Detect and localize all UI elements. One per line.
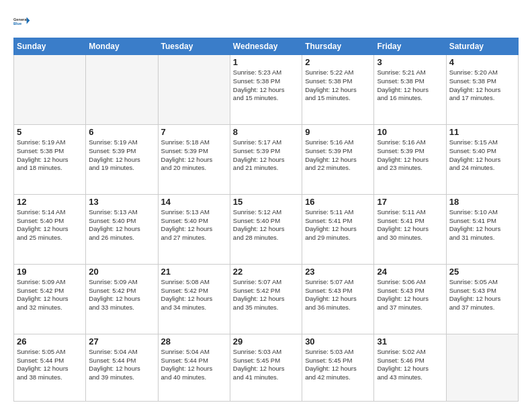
day-number: 9 [305, 127, 371, 137]
day-info: Sunrise: 5:04 AMSunset: 5:44 PMDaylight:… [89, 348, 154, 382]
day-info: Sunrise: 5:07 AMSunset: 5:43 PMDaylight:… [305, 278, 371, 312]
day-number: 3 [377, 57, 443, 67]
day-number: 24 [377, 267, 443, 277]
day-info: Sunrise: 5:11 AMSunset: 5:41 PMDaylight:… [377, 208, 443, 242]
calendar-cell: 23Sunrise: 5:07 AMSunset: 5:43 PMDayligh… [302, 264, 374, 334]
day-number: 25 [449, 267, 515, 277]
header: GeneralBlue [13, 12, 519, 31]
calendar-cell: 13Sunrise: 5:13 AMSunset: 5:40 PMDayligh… [86, 194, 158, 264]
calendar-cell: 9Sunrise: 5:16 AMSunset: 5:39 PMDaylight… [302, 124, 374, 194]
day-number: 1 [233, 57, 299, 67]
day-number: 30 [305, 336, 371, 347]
day-info: Sunrise: 5:12 AMSunset: 5:40 PMDaylight:… [233, 208, 299, 242]
logo: GeneralBlue [13, 12, 32, 31]
day-info: Sunrise: 5:14 AMSunset: 5:40 PMDaylight:… [17, 208, 83, 242]
calendar-cell: 4Sunrise: 5:20 AMSunset: 5:38 PMDaylight… [446, 55, 518, 125]
day-info: Sunrise: 5:07 AMSunset: 5:42 PMDaylight:… [233, 278, 299, 312]
day-info: Sunrise: 5:02 AMSunset: 5:46 PMDaylight:… [377, 348, 443, 382]
day-number: 8 [233, 127, 299, 137]
calendar-cell: 11Sunrise: 5:15 AMSunset: 5:40 PMDayligh… [446, 124, 518, 194]
day-info: Sunrise: 5:22 AMSunset: 5:38 PMDaylight:… [305, 68, 371, 103]
calendar-cell: 30Sunrise: 5:03 AMSunset: 5:45 PMDayligh… [302, 334, 374, 401]
page: GeneralBlue SundayMondayTuesdayWednesday… [0, 0, 532, 411]
day-number: 12 [17, 197, 83, 207]
day-info: Sunrise: 5:21 AMSunset: 5:38 PMDaylight:… [377, 68, 443, 103]
day-info: Sunrise: 5:03 AMSunset: 5:45 PMDaylight:… [305, 348, 371, 382]
weekday-header: Tuesday [158, 38, 230, 55]
day-info: Sunrise: 5:13 AMSunset: 5:40 PMDaylight:… [89, 208, 154, 242]
day-number: 6 [89, 127, 154, 137]
day-info: Sunrise: 5:19 AMSunset: 5:38 PMDaylight:… [17, 138, 83, 173]
calendar-cell: 24Sunrise: 5:06 AMSunset: 5:43 PMDayligh… [374, 264, 446, 334]
calendar-cell: 17Sunrise: 5:11 AMSunset: 5:41 PMDayligh… [374, 194, 446, 264]
day-number: 23 [305, 267, 371, 277]
weekday-header: Wednesday [230, 38, 302, 55]
day-number: 18 [449, 197, 515, 207]
svg-text:General: General [13, 17, 28, 21]
day-info: Sunrise: 5:10 AMSunset: 5:41 PMDaylight:… [449, 208, 515, 242]
day-info: Sunrise: 5:13 AMSunset: 5:40 PMDaylight:… [161, 208, 227, 242]
calendar-cell: 10Sunrise: 5:16 AMSunset: 5:39 PMDayligh… [374, 124, 446, 194]
day-number: 20 [89, 267, 154, 277]
calendar-cell: 21Sunrise: 5:08 AMSunset: 5:42 PMDayligh… [158, 264, 230, 334]
calendar-cell: 5Sunrise: 5:19 AMSunset: 5:38 PMDaylight… [14, 124, 86, 194]
calendar-cell: 20Sunrise: 5:09 AMSunset: 5:42 PMDayligh… [86, 264, 158, 334]
day-info: Sunrise: 5:05 AMSunset: 5:44 PMDaylight:… [17, 348, 83, 382]
weekday-header: Saturday [446, 38, 518, 55]
day-info: Sunrise: 5:18 AMSunset: 5:39 PMDaylight:… [161, 138, 227, 173]
calendar-cell: 2Sunrise: 5:22 AMSunset: 5:38 PMDaylight… [302, 55, 374, 125]
day-info: Sunrise: 5:08 AMSunset: 5:42 PMDaylight:… [161, 278, 227, 312]
weekday-header: Monday [86, 38, 158, 55]
day-number: 13 [89, 197, 154, 207]
calendar-cell: 25Sunrise: 5:05 AMSunset: 5:43 PMDayligh… [446, 264, 518, 334]
day-info: Sunrise: 5:16 AMSunset: 5:39 PMDaylight:… [377, 138, 443, 173]
day-number: 27 [89, 336, 154, 347]
day-number: 7 [161, 127, 227, 137]
day-info: Sunrise: 5:17 AMSunset: 5:39 PMDaylight:… [233, 138, 299, 173]
calendar-cell: 31Sunrise: 5:02 AMSunset: 5:46 PMDayligh… [374, 334, 446, 401]
day-number: 10 [377, 127, 443, 137]
weekday-header: Sunday [14, 38, 86, 55]
calendar-cell: 14Sunrise: 5:13 AMSunset: 5:40 PMDayligh… [158, 194, 230, 264]
day-number: 29 [233, 336, 299, 347]
day-number: 26 [17, 336, 83, 347]
calendar-cell: 16Sunrise: 5:11 AMSunset: 5:41 PMDayligh… [302, 194, 374, 264]
day-number: 19 [17, 267, 83, 277]
day-info: Sunrise: 5:23 AMSunset: 5:38 PMDaylight:… [233, 68, 299, 103]
svg-marker-2 [27, 17, 30, 24]
day-number: 14 [161, 197, 227, 207]
calendar-cell: 8Sunrise: 5:17 AMSunset: 5:39 PMDaylight… [230, 124, 302, 194]
day-info: Sunrise: 5:15 AMSunset: 5:40 PMDaylight:… [449, 138, 515, 173]
day-number: 2 [305, 57, 371, 67]
day-info: Sunrise: 5:11 AMSunset: 5:41 PMDaylight:… [305, 208, 371, 242]
day-number: 16 [305, 197, 371, 207]
day-number: 5 [17, 127, 83, 137]
calendar-cell: 15Sunrise: 5:12 AMSunset: 5:40 PMDayligh… [230, 194, 302, 264]
calendar-cell: 22Sunrise: 5:07 AMSunset: 5:42 PMDayligh… [230, 264, 302, 334]
weekday-header: Friday [374, 38, 446, 55]
day-number: 17 [377, 197, 443, 207]
logo-icon: GeneralBlue [13, 12, 32, 31]
calendar-cell: 7Sunrise: 5:18 AMSunset: 5:39 PMDaylight… [158, 124, 230, 194]
day-number: 15 [233, 197, 299, 207]
calendar-cell: 26Sunrise: 5:05 AMSunset: 5:44 PMDayligh… [14, 334, 86, 401]
calendar-cell: 29Sunrise: 5:03 AMSunset: 5:45 PMDayligh… [230, 334, 302, 401]
day-info: Sunrise: 5:03 AMSunset: 5:45 PMDaylight:… [233, 348, 299, 382]
calendar-cell [86, 55, 158, 125]
day-info: Sunrise: 5:09 AMSunset: 5:42 PMDaylight:… [17, 278, 83, 312]
calendar-cell [14, 55, 86, 125]
day-info: Sunrise: 5:04 AMSunset: 5:44 PMDaylight:… [161, 348, 227, 382]
calendar-cell: 12Sunrise: 5:14 AMSunset: 5:40 PMDayligh… [14, 194, 86, 264]
day-info: Sunrise: 5:09 AMSunset: 5:42 PMDaylight:… [89, 278, 154, 312]
calendar-cell: 27Sunrise: 5:04 AMSunset: 5:44 PMDayligh… [86, 334, 158, 401]
svg-text:Blue: Blue [13, 21, 21, 26]
calendar-cell: 3Sunrise: 5:21 AMSunset: 5:38 PMDaylight… [374, 55, 446, 125]
day-info: Sunrise: 5:20 AMSunset: 5:38 PMDaylight:… [449, 68, 515, 103]
calendar-cell: 18Sunrise: 5:10 AMSunset: 5:41 PMDayligh… [446, 194, 518, 264]
weekday-header: Thursday [302, 38, 374, 55]
day-info: Sunrise: 5:06 AMSunset: 5:43 PMDaylight:… [377, 278, 443, 312]
calendar-cell: 19Sunrise: 5:09 AMSunset: 5:42 PMDayligh… [14, 264, 86, 334]
calendar-cell: 28Sunrise: 5:04 AMSunset: 5:44 PMDayligh… [158, 334, 230, 401]
day-info: Sunrise: 5:19 AMSunset: 5:39 PMDaylight:… [89, 138, 154, 173]
day-number: 28 [161, 336, 227, 347]
